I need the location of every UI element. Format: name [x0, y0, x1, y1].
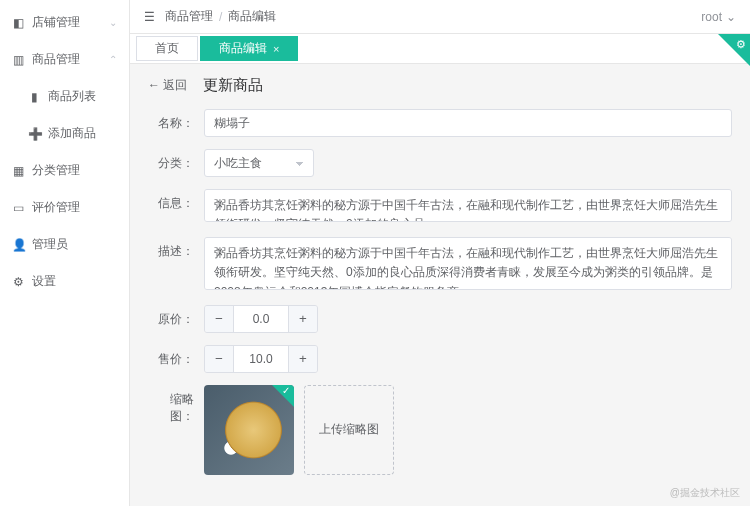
chevron-down-icon: ⌄	[109, 17, 117, 28]
label-category: 分类：	[148, 149, 194, 172]
watermark: @掘金技术社区	[670, 486, 740, 500]
sidebar-label: 设置	[32, 273, 56, 290]
sale-price-stepper: − +	[204, 345, 318, 373]
user-menu[interactable]: root⌄	[701, 10, 736, 24]
label-thumb: 缩略图：	[148, 385, 194, 425]
close-icon[interactable]: ×	[273, 43, 279, 55]
chart-icon: ▥	[12, 53, 24, 67]
sidebar-label: 分类管理	[32, 162, 80, 179]
bars-icon: ▮	[28, 90, 40, 104]
info-textarea[interactable]: 粥品香坊其烹饪粥料的秘方源于中国千年古法，在融和现代制作工艺，由世界烹饪大师屈浩…	[204, 189, 732, 222]
topbar: ☰ 商品管理 / 商品编辑 root⌄	[130, 0, 750, 34]
shop-icon: ◧	[12, 16, 24, 30]
chevron-down-icon: ⌄	[726, 10, 736, 24]
sidebar-item-product[interactable]: ▥商品管理⌃	[0, 41, 129, 78]
content: ← 返回 更新商品 名称： 分类： 小吃主食 信息： 粥品香坊其烹饪粥料的秘方源…	[130, 64, 750, 506]
tab-label: 商品编辑	[219, 40, 267, 57]
sidebar-item-category[interactable]: ▦分类管理	[0, 152, 129, 189]
decrease-button[interactable]: −	[205, 306, 233, 332]
sidebar-label: 店铺管理	[32, 14, 80, 31]
tabs: 首页 商品编辑×	[130, 34, 750, 64]
thumbnails: 上传缩略图	[204, 385, 732, 475]
increase-button[interactable]: +	[289, 306, 317, 332]
increase-button[interactable]: +	[289, 346, 317, 372]
tab-product-edit[interactable]: 商品编辑×	[200, 36, 298, 61]
breadcrumb-2: 商品编辑	[228, 8, 276, 25]
label-name: 名称：	[148, 109, 194, 132]
sidebar-label: 添加商品	[48, 125, 96, 142]
hamburger-icon[interactable]: ☰	[144, 10, 155, 24]
breadcrumb-1[interactable]: 商品管理	[165, 8, 213, 25]
main: ☰ 商品管理 / 商品编辑 root⌄ 首页 商品编辑× ← 返回 更新商品 名…	[130, 0, 750, 506]
label-info: 信息：	[148, 189, 194, 212]
orig-price-input[interactable]	[233, 306, 289, 332]
tab-home[interactable]: 首页	[136, 36, 198, 61]
breadcrumb-sep: /	[219, 10, 222, 24]
grid-icon: ▦	[12, 164, 24, 178]
page-title: 更新商品	[203, 76, 263, 95]
gear-icon: ⚙	[12, 275, 24, 289]
sidebar-label: 商品管理	[32, 51, 80, 68]
sidebar-label: 管理员	[32, 236, 68, 253]
check-icon	[272, 385, 294, 407]
label-desc: 描述：	[148, 237, 194, 260]
corner-badge[interactable]	[718, 34, 750, 66]
plus-circle-icon: ➕	[28, 127, 40, 141]
sidebar: ◧店铺管理⌄ ▥商品管理⌃ ▮商品列表 ➕添加商品 ▦分类管理 ▭评价管理 👤管…	[0, 0, 130, 506]
sidebar-item-add-product[interactable]: ➕添加商品	[0, 115, 129, 152]
sidebar-item-shop[interactable]: ◧店铺管理⌄	[0, 4, 129, 41]
thumbnail-image[interactable]	[204, 385, 294, 475]
category-select[interactable]: 小吃主食	[204, 149, 314, 177]
label-sale-price: 售价：	[148, 345, 194, 368]
sale-price-input[interactable]	[233, 346, 289, 372]
upload-label: 上传缩略图	[319, 421, 379, 438]
sidebar-item-settings[interactable]: ⚙设置	[0, 263, 129, 300]
orig-price-stepper: − +	[204, 305, 318, 333]
back-button[interactable]: ← 返回	[148, 77, 187, 94]
desc-textarea[interactable]: 粥品香坊其烹饪粥料的秘方源于中国千年古法，在融和现代制作工艺，由世界烹饪大师屈浩…	[204, 237, 732, 289]
decrease-button[interactable]: −	[205, 346, 233, 372]
user-icon: 👤	[12, 238, 24, 252]
sidebar-label: 商品列表	[48, 88, 96, 105]
page-head: ← 返回 更新商品	[148, 76, 732, 95]
upload-thumbnail-button[interactable]: 上传缩略图	[304, 385, 394, 475]
name-input[interactable]	[204, 109, 732, 137]
user-name: root	[701, 10, 722, 24]
comment-icon: ▭	[12, 201, 24, 215]
sidebar-item-admin[interactable]: 👤管理员	[0, 226, 129, 263]
sidebar-label: 评价管理	[32, 199, 80, 216]
sidebar-item-review[interactable]: ▭评价管理	[0, 189, 129, 226]
label-orig-price: 原价：	[148, 305, 194, 328]
chevron-up-icon: ⌃	[109, 54, 117, 65]
sidebar-item-product-list[interactable]: ▮商品列表	[0, 78, 129, 115]
